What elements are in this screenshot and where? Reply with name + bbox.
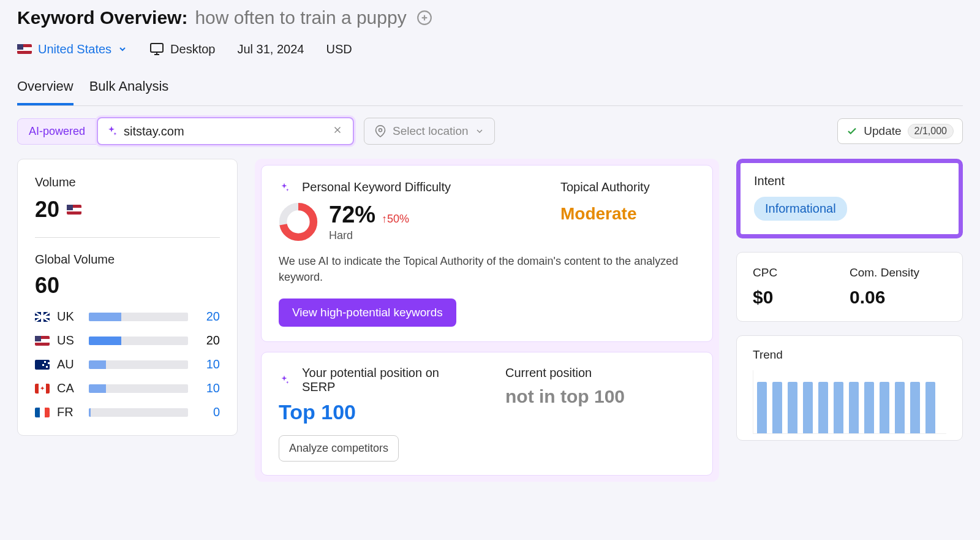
domain-input[interactable] — [124, 124, 330, 139]
ai-powered-badge: AI-powered — [17, 118, 97, 145]
country-volume-bar — [89, 408, 188, 417]
country-volume-bar — [89, 384, 188, 393]
topical-authority-label: Topical Authority — [560, 180, 695, 194]
country-volume-value: 10 — [195, 381, 220, 395]
trend-bar — [803, 382, 813, 433]
trend-bar — [772, 382, 782, 433]
global-volume-value: 60 — [35, 273, 220, 299]
sparkle-icon — [279, 182, 290, 193]
pkd-description: We use AI to indicate the Topical Author… — [279, 253, 695, 285]
cpc-label: CPC — [753, 266, 850, 280]
country-volume-bar — [89, 337, 188, 345]
update-label: Update — [864, 124, 901, 138]
pkd-difficulty-label: Hard — [329, 229, 409, 242]
country-volume-bar — [89, 360, 188, 369]
flag-us-icon — [17, 44, 32, 54]
trend-bar — [864, 382, 874, 433]
country-code: US — [57, 333, 81, 348]
country-volume-value: 20 — [195, 333, 220, 348]
country-volume-bar — [89, 313, 188, 321]
flag-us-icon — [35, 336, 50, 346]
desktop-icon — [149, 42, 164, 56]
analyze-competitors-button[interactable]: Analyze competitors — [279, 435, 399, 462]
flag-fr-icon — [35, 408, 50, 417]
country-selector-label: United States — [38, 42, 111, 56]
country-volume-value: 20 — [195, 310, 220, 324]
potential-position-label: Your potential position on SERP — [302, 366, 469, 394]
pkd-percent: 72% — [329, 202, 375, 228]
intent-label: Intent — [754, 174, 945, 188]
domain-input-container[interactable] — [97, 117, 354, 145]
chevron-down-icon — [118, 44, 127, 54]
country-code: FR — [57, 405, 81, 419]
country-row[interactable]: AU10 — [35, 357, 220, 371]
trend-bar — [788, 382, 797, 433]
trend-label: Trend — [753, 348, 946, 362]
trend-bar-chart — [753, 370, 946, 434]
volume-value: 20 — [35, 197, 59, 222]
country-volume-value: 10 — [195, 357, 220, 371]
date-label: Jul 31, 2024 — [237, 42, 304, 56]
location-pin-icon — [374, 125, 386, 137]
checkmark-icon — [846, 126, 858, 137]
flag-ca-icon — [35, 384, 50, 394]
country-code: UK — [57, 310, 81, 324]
volume-label: Volume — [35, 175, 220, 189]
cpc-density-card: CPC $0 Com. Density 0.06 — [736, 252, 963, 322]
location-placeholder: Select location — [393, 124, 469, 138]
trend-bar — [925, 382, 935, 433]
device-selector[interactable]: Desktop — [149, 42, 215, 56]
trend-bar — [895, 382, 905, 433]
com-density-value: 0.06 — [850, 287, 946, 308]
country-row[interactable]: US20 — [35, 333, 220, 348]
trend-bar — [834, 382, 843, 433]
personal-keyword-difficulty-card: Personal Keyword Difficulty — [261, 165, 713, 342]
update-count-badge: 2/1,000 — [908, 124, 954, 139]
add-keyword-icon[interactable] — [417, 10, 432, 26]
country-volume-value: 0 — [195, 405, 220, 419]
tab-bulk-analysis[interactable]: Bulk Analysis — [89, 78, 169, 105]
potential-position-value: Top 100 — [279, 400, 469, 424]
country-row[interactable]: CA10 — [35, 381, 220, 395]
trend-bar — [849, 382, 859, 433]
country-selector[interactable]: United States — [17, 42, 127, 56]
com-density-label: Com. Density — [850, 266, 946, 280]
serp-position-card: Your potential position on SERP Top 100 … — [261, 352, 713, 476]
flag-uk-icon — [35, 312, 50, 322]
page-title-keyword: how often to train a puppy — [195, 7, 406, 28]
current-position-value: not in top 100 — [505, 386, 695, 407]
cpc-value: $0 — [753, 287, 850, 308]
view-high-potential-button[interactable]: View high-potential keywords — [279, 299, 456, 327]
trend-bar — [818, 382, 828, 433]
trend-bar — [910, 382, 920, 433]
flag-us-icon — [67, 205, 81, 215]
sparkle-icon — [105, 125, 118, 137]
trend-bar — [757, 382, 767, 433]
country-row[interactable]: UK20 — [35, 310, 220, 324]
intent-badge: Informational — [754, 197, 847, 221]
global-volume-label: Global Volume — [35, 253, 220, 267]
tab-overview[interactable]: Overview — [17, 78, 74, 105]
difficulty-donut-chart — [279, 202, 318, 241]
volume-card: Volume 20 Global Volume 60 UK20US20AU10C… — [17, 159, 238, 436]
location-selector[interactable]: Select location — [364, 118, 495, 145]
page-title-prefix: Keyword Overview: — [17, 7, 187, 28]
country-row[interactable]: FR0 — [35, 405, 220, 419]
device-label: Desktop — [170, 42, 215, 56]
clear-domain-icon[interactable] — [330, 122, 345, 140]
current-position-label: Current position — [505, 366, 592, 380]
flag-au-icon — [35, 360, 50, 370]
pkd-label: Personal Keyword Difficulty — [302, 180, 451, 194]
svg-rect-3 — [151, 44, 163, 52]
trend-card: Trend — [736, 335, 963, 441]
country-code: CA — [57, 381, 81, 395]
sparkle-icon — [279, 375, 290, 386]
topical-authority-value: Moderate — [560, 204, 695, 224]
currency-label: USD — [326, 42, 352, 56]
update-button[interactable]: Update 2/1,000 — [837, 118, 963, 144]
trend-bar — [880, 382, 889, 433]
chevron-down-icon — [475, 126, 484, 136]
country-code: AU — [57, 357, 81, 371]
intent-card: Intent Informational — [736, 159, 963, 238]
svg-point-8 — [379, 129, 382, 132]
